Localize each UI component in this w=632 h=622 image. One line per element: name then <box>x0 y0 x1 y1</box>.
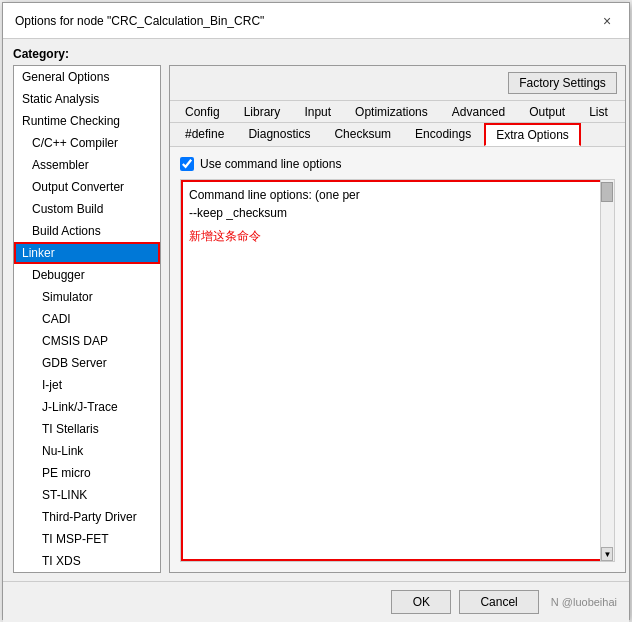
sidebar-item[interactable]: TI MSP-FET <box>14 528 160 550</box>
ok-button[interactable]: OK <box>391 590 451 614</box>
tab-row1-optimizations[interactable]: Optimizations <box>344 101 439 122</box>
sidebar-item[interactable]: Output Converter <box>14 176 160 198</box>
cmdline-value: --keep _checksum <box>189 206 606 220</box>
annotation-text: 新增这条命令 <box>189 228 606 245</box>
sidebar-item[interactable]: TI Stellaris <box>14 418 160 440</box>
sidebar-item[interactable]: Static Analysis <box>14 88 160 110</box>
tab-row1-output[interactable]: Output <box>518 101 576 122</box>
sidebar-item[interactable]: PE micro <box>14 462 160 484</box>
sidebar-item[interactable]: GDB Server <box>14 352 160 374</box>
tab-row2-diagnostics[interactable]: Diagnostics <box>237 123 321 146</box>
cancel-button[interactable]: Cancel <box>459 590 538 614</box>
top-bar: Factory Settings <box>170 66 625 101</box>
cmdline-area: Command line options: (one per --keep _c… <box>180 179 615 562</box>
tabs-row1: ConfigLibraryInputOptimizationsAdvancedO… <box>170 101 625 123</box>
scrollbar[interactable]: ▼ <box>600 180 614 561</box>
tab-row2-checksum[interactable]: Checksum <box>323 123 402 146</box>
use-cmdline-checkbox[interactable] <box>180 157 194 171</box>
sidebar-item[interactable]: Simulator <box>14 286 160 308</box>
cmdline-box: Command line options: (one per --keep _c… <box>181 180 614 561</box>
sidebar-item[interactable]: Third-Party Driver <box>14 506 160 528</box>
tab-row1-list[interactable]: List <box>578 101 619 122</box>
tab-row1-advanced[interactable]: Advanced <box>441 101 516 122</box>
sidebar-item[interactable]: General Options <box>14 66 160 88</box>
title-bar: Options for node "CRC_Calculation_Bin_CR… <box>3 3 629 39</box>
sidebar-item[interactable]: Custom Build <box>14 198 160 220</box>
tab-row1-input[interactable]: Input <box>293 101 342 122</box>
category-label: Category: <box>13 47 619 61</box>
sidebar: General OptionsStatic AnalysisRuntime Ch… <box>13 65 161 573</box>
sidebar-item[interactable]: CMSIS DAP <box>14 330 160 352</box>
scroll-arrow-down[interactable]: ▼ <box>601 547 613 561</box>
sidebar-item[interactable]: CADI <box>14 308 160 330</box>
sidebar-item[interactable]: I-jet <box>14 374 160 396</box>
use-cmdline-label: Use command line options <box>200 157 341 171</box>
sidebar-item[interactable]: Assembler <box>14 154 160 176</box>
content-area: General OptionsStatic AnalysisRuntime Ch… <box>13 65 619 573</box>
use-cmdline-row: Use command line options <box>180 157 615 171</box>
sidebar-item[interactable]: Debugger <box>14 264 160 286</box>
panel-content: Use command line options Command line op… <box>170 147 625 572</box>
sidebar-item[interactable]: TI XDS <box>14 550 160 572</box>
sidebar-item[interactable]: Linker <box>14 242 160 264</box>
dialog-title: Options for node "CRC_Calculation_Bin_CR… <box>15 14 264 28</box>
dialog-body: Category: General OptionsStatic Analysis… <box>3 39 629 581</box>
tab-row2-extra-options[interactable]: Extra Options <box>484 123 581 146</box>
dialog-footer: OK Cancel N @luobeihai <box>3 581 629 622</box>
sidebar-item[interactable]: J-Link/J-Trace <box>14 396 160 418</box>
tabs-row2: #defineDiagnosticsChecksumEncodingsExtra… <box>170 123 625 147</box>
sidebar-item[interactable]: C/C++ Compiler <box>14 132 160 154</box>
sidebar-item[interactable]: Runtime Checking <box>14 110 160 132</box>
sidebar-item[interactable]: ST-LINK <box>14 484 160 506</box>
cmdline-label: Command line options: (one per <box>189 188 606 202</box>
dialog: Options for node "CRC_Calculation_Bin_CR… <box>2 2 630 620</box>
tab-row1-config[interactable]: Config <box>174 101 231 122</box>
sidebar-item[interactable]: Build Actions <box>14 220 160 242</box>
tab-row1-library[interactable]: Library <box>233 101 292 122</box>
tab-row2-hashdefine[interactable]: #define <box>174 123 235 146</box>
watermark: N @luobeihai <box>551 596 617 608</box>
tab-row2-encodings[interactable]: Encodings <box>404 123 482 146</box>
factory-settings-button[interactable]: Factory Settings <box>508 72 617 94</box>
scroll-thumb[interactable] <box>601 182 613 202</box>
close-button[interactable]: × <box>597 11 617 31</box>
sidebar-item[interactable]: Nu-Link <box>14 440 160 462</box>
main-panel: Factory Settings ConfigLibraryInputOptim… <box>169 65 626 573</box>
